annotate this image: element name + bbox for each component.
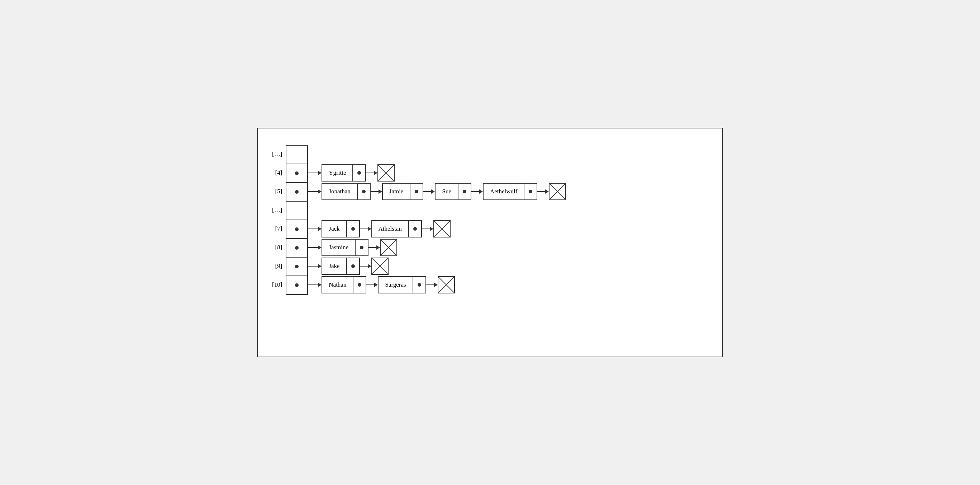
node-box: Aethelwulf [483,183,537,200]
arrow [371,190,382,194]
node-pointer [458,183,471,199]
index-label: [4] [272,164,284,182]
node-dot [351,227,355,231]
node-name: Nathan [322,281,353,289]
null-box [549,183,566,200]
arrow [422,227,433,231]
arrowhead-icon [545,190,549,194]
node-name: Ygritte [322,169,352,177]
node-name: Jasmine [322,244,355,251]
null-box [433,220,450,238]
arrowhead-icon [318,283,321,287]
arrowhead-icon [318,246,321,250]
hash-cell [286,164,308,183]
node-name: Athelstan [372,225,408,233]
chain-row: JackAthelstan [308,220,566,238]
node-dot [358,283,361,287]
arrow [366,283,378,287]
arrowhead-icon [318,171,321,175]
node-dot [413,227,417,231]
arrow [426,283,438,287]
hash-cell [286,239,308,258]
chain-row: JonathanJamieSueAethelwulf [308,182,566,201]
node-name: Sargeras [379,281,412,289]
index-label: [9] [272,257,284,276]
arrow [308,227,321,231]
arrowhead-icon [318,227,321,231]
node-pointer [524,183,536,199]
node-pointer [410,183,423,199]
arrow [423,190,435,194]
arrow [308,190,321,194]
index-label: [10] [272,276,284,294]
hash-table [286,145,308,295]
node-box: Jonathan [321,183,370,200]
node-pointer [352,165,365,181]
arrowhead-icon [368,264,371,268]
node-pointer [355,239,368,255]
arrowhead-icon [374,171,377,175]
chain-row: NathanSargeras [308,276,566,294]
null-box [438,276,455,294]
arrow [360,264,371,268]
hash-cell-dot [295,246,299,250]
node-box: Jake [321,258,360,275]
hash-cell-dot [295,190,299,194]
arrow [308,171,321,175]
null-box [380,239,397,256]
node-box: Jack [321,220,360,238]
node-box: Ygritte [321,164,366,182]
chain-row [308,145,566,164]
chain-row: Ygritte [308,164,566,182]
node-box: Sargeras [378,276,426,294]
diagram-body: […][4][5][…][7][8][9][10] Ygritte Jonath… [272,145,708,295]
arrowhead-icon [431,190,435,194]
node-box: Nathan [321,276,366,294]
null-box [371,258,388,275]
index-label: [8] [272,238,284,257]
hash-cell-dot [295,171,299,175]
node-box: Sue [435,183,471,200]
arrow [360,227,371,231]
diagram-container: […][4][5][…][7][8][9][10] Ygritte Jonath… [257,128,723,357]
null-box [377,164,395,182]
node-pointer [353,277,366,293]
index-label: [5] [272,182,284,201]
node-dot [529,190,532,193]
chain-area: Ygritte JonathanJamieSueAethelwulf JackA… [308,145,566,294]
hash-cell [286,276,308,295]
node-name: Sue [436,188,458,195]
node-pointer [408,221,421,237]
arrow [366,171,377,175]
arrow [308,246,321,250]
hash-cell [286,202,308,220]
node-pointer [346,258,359,274]
hash-cell [286,220,308,239]
hash-cell-dot [295,265,299,268]
hash-cell-dot [295,283,299,287]
arrowhead-icon [479,190,483,194]
arrow [369,246,380,250]
arrowhead-icon [430,227,433,231]
hash-cell [286,146,308,164]
node-name: Jake [322,263,346,270]
arrowhead-icon [318,190,321,194]
index-label: […] [272,145,284,164]
node-dot [351,264,355,268]
node-name: Jamie [383,188,410,195]
hash-cell-dot [295,227,299,231]
hash-cell [286,258,308,276]
chain-row: Jake [308,257,566,276]
index-label: [7] [272,220,284,238]
arrowhead-icon [434,283,438,287]
node-pointer [346,221,359,237]
arrow [308,264,321,268]
node-name: Jack [322,225,346,233]
node-pointer [357,183,370,199]
index-labels: […][4][5][…][7][8][9][10] [272,145,284,294]
node-box: Athelstan [371,220,422,238]
arrowhead-icon [379,190,382,194]
chain-row [308,201,566,220]
node-dot [415,190,418,193]
node-name: Aethelwulf [484,188,524,195]
